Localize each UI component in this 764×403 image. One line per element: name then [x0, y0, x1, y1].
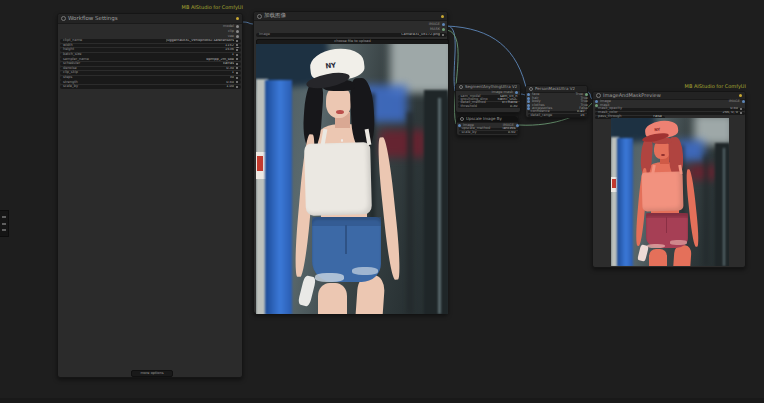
output-mask[interactable]: MASK	[430, 28, 445, 32]
node-person-mask[interactable]: PersonMaskUltra V2 face True hair True b…	[525, 85, 588, 118]
widget-threshold[interactable]: threshold0.30	[458, 105, 521, 108]
node-upscale-header[interactable]: Upscale Image By	[457, 116, 518, 123]
tank-top	[304, 142, 372, 215]
denim-shorts-masked	[646, 213, 688, 249]
output-vae[interactable]: vae	[228, 35, 239, 39]
widget-ckpt-name[interactable]: ckpt_name juggernautXL_v9Rdphoto2.safete…	[60, 39, 241, 43]
node-title: PersonMaskUltra V2	[535, 87, 575, 91]
canvas-bottom-edge	[0, 398, 764, 403]
gear-icon[interactable]	[2, 229, 6, 231]
output-clip[interactable]: clip	[228, 30, 239, 34]
cap-logo: NY	[318, 54, 343, 78]
widget-scale-by[interactable]: scale_by 1.00	[60, 85, 241, 89]
widget-strength[interactable]: strength 0.50	[60, 80, 241, 84]
widget-sampler-name[interactable]: sampler_name dpmpp_2m_sde	[60, 57, 241, 61]
photo-preview-masked: NY	[611, 118, 729, 266]
output-model[interactable]: model	[223, 25, 239, 29]
node-title: Workflow Settings	[68, 16, 118, 22]
collapse-icon[interactable]	[257, 14, 262, 19]
collapse-icon[interactable]	[459, 85, 463, 89]
photo-preview: NY	[256, 44, 448, 314]
sidebar-rail[interactable]	[0, 210, 9, 237]
person-figure	[318, 283, 347, 314]
collapse-icon[interactable]	[460, 117, 464, 121]
person-figure-masked	[649, 249, 667, 266]
tank-top-masked	[641, 171, 683, 211]
node-title: Upscale Image By	[466, 117, 502, 121]
collapse-icon[interactable]	[596, 93, 601, 98]
widget-width[interactable]: width 1152	[60, 44, 241, 48]
watermark-top: MB AIStudio for ComfyUI	[130, 5, 243, 10]
node-upscale[interactable]: Upscale Image By image IMAGE upscale_met…	[456, 115, 519, 136]
collapse-icon[interactable]	[61, 16, 66, 21]
node-segment[interactable]: SegmentAnythingUltra V2 image mask sam_m…	[455, 83, 521, 113]
node-title: SegmentAnythingUltra V2	[465, 85, 517, 89]
status-dot-icon	[739, 94, 742, 97]
menu-icon[interactable]	[2, 216, 6, 218]
widget-scale-by[interactable]: scale_by0.50	[459, 131, 519, 134]
widget-image-file[interactable]: image Camera31_08172.png	[256, 33, 447, 37]
settings-footer-button[interactable]: more options	[131, 370, 173, 377]
node-settings[interactable]: Workflow Settings model clip vae positiv…	[57, 13, 243, 378]
comfyui-canvas[interactable]: MB AIStudio for ComfyUI MB AIStudio for …	[0, 0, 764, 403]
denim-shorts	[312, 217, 381, 282]
preview-input-image[interactable]: image IMAGE	[595, 100, 745, 104]
output-image[interactable]: IMAGE	[429, 23, 445, 27]
widget-scheduler[interactable]: scheduler karras	[60, 62, 241, 66]
status-dot-icon	[441, 15, 444, 18]
widget-height[interactable]: height 1536	[60, 48, 241, 52]
widget-steps[interactable]: steps 30	[60, 76, 241, 80]
node-title: ImageAndMaskPreview	[603, 93, 661, 98]
widget-denoise[interactable]: denoise 0.30	[60, 67, 241, 71]
node-preview-header[interactable]: ImageAndMaskPreview	[593, 92, 745, 100]
collapse-icon[interactable]	[529, 87, 533, 91]
node-load-image[interactable]: 加载图像 IMAGE MASK image Camera31_08172.png…	[253, 11, 448, 314]
node-preview[interactable]: ImageAndMaskPreview image IMAGE mask mas…	[592, 91, 746, 268]
widget-detail-range[interactable]: detail_range16	[528, 114, 588, 117]
node-title: 加载图像	[264, 13, 286, 19]
watermark-right: MB AIStudio for ComfyUI	[633, 84, 746, 89]
node-settings-header[interactable]: Workflow Settings	[58, 14, 242, 24]
status-dot-icon	[236, 17, 239, 20]
panel-icon[interactable]	[2, 223, 6, 225]
node-load-image-header[interactable]: 加载图像	[254, 12, 447, 21]
widget-clip-skip[interactable]: clip_skip 1	[60, 71, 241, 75]
cap-logo: NY	[649, 123, 664, 136]
